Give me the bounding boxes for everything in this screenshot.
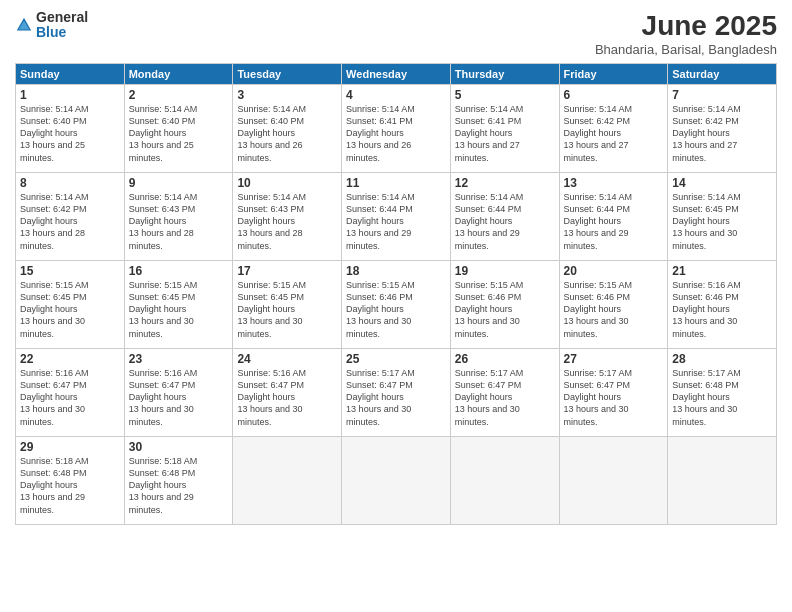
empty-cell (450, 437, 559, 525)
day-number: 12 (455, 176, 555, 190)
day-info: Sunrise: 5:14 AMSunset: 6:42 PMDaylight … (20, 192, 89, 251)
day-number: 28 (672, 352, 772, 366)
logo: General Blue (15, 10, 88, 41)
calendar-week-row: 29 Sunrise: 5:18 AMSunset: 6:48 PMDaylig… (16, 437, 777, 525)
day-info: Sunrise: 5:15 AMSunset: 6:45 PMDaylight … (129, 280, 198, 339)
col-friday: Friday (559, 64, 668, 85)
col-tuesday: Tuesday (233, 64, 342, 85)
col-sunday: Sunday (16, 64, 125, 85)
day-info: Sunrise: 5:15 AMSunset: 6:45 PMDaylight … (237, 280, 306, 339)
day-info: Sunrise: 5:14 AMSunset: 6:40 PMDaylight … (20, 104, 89, 163)
day-number: 8 (20, 176, 120, 190)
location: Bhandaria, Barisal, Bangladesh (595, 42, 777, 57)
table-row: 5 Sunrise: 5:14 AMSunset: 6:41 PMDayligh… (450, 85, 559, 173)
calendar-week-row: 1 Sunrise: 5:14 AMSunset: 6:40 PMDayligh… (16, 85, 777, 173)
header: General Blue June 2025 Bhandaria, Barisa… (15, 10, 777, 57)
day-info: Sunrise: 5:14 AMSunset: 6:42 PMDaylight … (672, 104, 741, 163)
logo-icon (15, 16, 33, 34)
table-row: 1 Sunrise: 5:14 AMSunset: 6:40 PMDayligh… (16, 85, 125, 173)
calendar-header-row: Sunday Monday Tuesday Wednesday Thursday… (16, 64, 777, 85)
day-info: Sunrise: 5:14 AMSunset: 6:40 PMDaylight … (237, 104, 306, 163)
day-number: 6 (564, 88, 664, 102)
col-wednesday: Wednesday (342, 64, 451, 85)
day-info: Sunrise: 5:17 AMSunset: 6:47 PMDaylight … (564, 368, 633, 427)
day-number: 5 (455, 88, 555, 102)
table-row: 10 Sunrise: 5:14 AMSunset: 6:43 PMDaylig… (233, 173, 342, 261)
table-row: 16 Sunrise: 5:15 AMSunset: 6:45 PMDaylig… (124, 261, 233, 349)
day-info: Sunrise: 5:15 AMSunset: 6:46 PMDaylight … (455, 280, 524, 339)
empty-cell (233, 437, 342, 525)
month-title: June 2025 (595, 10, 777, 42)
day-info: Sunrise: 5:17 AMSunset: 6:48 PMDaylight … (672, 368, 741, 427)
day-number: 16 (129, 264, 229, 278)
logo-general: General (36, 10, 88, 25)
day-info: Sunrise: 5:14 AMSunset: 6:44 PMDaylight … (564, 192, 633, 251)
day-number: 19 (455, 264, 555, 278)
col-saturday: Saturday (668, 64, 777, 85)
table-row: 4 Sunrise: 5:14 AMSunset: 6:41 PMDayligh… (342, 85, 451, 173)
table-row: 7 Sunrise: 5:14 AMSunset: 6:42 PMDayligh… (668, 85, 777, 173)
table-row: 24 Sunrise: 5:16 AMSunset: 6:47 PMDaylig… (233, 349, 342, 437)
calendar-week-row: 22 Sunrise: 5:16 AMSunset: 6:47 PMDaylig… (16, 349, 777, 437)
table-row: 14 Sunrise: 5:14 AMSunset: 6:45 PMDaylig… (668, 173, 777, 261)
day-number: 18 (346, 264, 446, 278)
day-info: Sunrise: 5:16 AMSunset: 6:47 PMDaylight … (237, 368, 306, 427)
day-number: 17 (237, 264, 337, 278)
table-row: 9 Sunrise: 5:14 AMSunset: 6:43 PMDayligh… (124, 173, 233, 261)
day-number: 22 (20, 352, 120, 366)
table-row: 25 Sunrise: 5:17 AMSunset: 6:47 PMDaylig… (342, 349, 451, 437)
table-row: 3 Sunrise: 5:14 AMSunset: 6:40 PMDayligh… (233, 85, 342, 173)
table-row: 26 Sunrise: 5:17 AMSunset: 6:47 PMDaylig… (450, 349, 559, 437)
table-row: 28 Sunrise: 5:17 AMSunset: 6:48 PMDaylig… (668, 349, 777, 437)
table-row: 17 Sunrise: 5:15 AMSunset: 6:45 PMDaylig… (233, 261, 342, 349)
day-info: Sunrise: 5:15 AMSunset: 6:46 PMDaylight … (346, 280, 415, 339)
calendar-table: Sunday Monday Tuesday Wednesday Thursday… (15, 63, 777, 525)
table-row: 11 Sunrise: 5:14 AMSunset: 6:44 PMDaylig… (342, 173, 451, 261)
table-row: 23 Sunrise: 5:16 AMSunset: 6:47 PMDaylig… (124, 349, 233, 437)
day-number: 21 (672, 264, 772, 278)
logo-text: General Blue (36, 10, 88, 41)
day-info: Sunrise: 5:14 AMSunset: 6:41 PMDaylight … (455, 104, 524, 163)
table-row: 22 Sunrise: 5:16 AMSunset: 6:47 PMDaylig… (16, 349, 125, 437)
day-number: 3 (237, 88, 337, 102)
day-info: Sunrise: 5:14 AMSunset: 6:44 PMDaylight … (455, 192, 524, 251)
col-monday: Monday (124, 64, 233, 85)
day-info: Sunrise: 5:17 AMSunset: 6:47 PMDaylight … (346, 368, 415, 427)
table-row: 29 Sunrise: 5:18 AMSunset: 6:48 PMDaylig… (16, 437, 125, 525)
day-info: Sunrise: 5:16 AMSunset: 6:47 PMDaylight … (20, 368, 89, 427)
calendar-week-row: 15 Sunrise: 5:15 AMSunset: 6:45 PMDaylig… (16, 261, 777, 349)
day-number: 15 (20, 264, 120, 278)
day-number: 27 (564, 352, 664, 366)
day-number: 25 (346, 352, 446, 366)
day-number: 4 (346, 88, 446, 102)
empty-cell (668, 437, 777, 525)
day-info: Sunrise: 5:14 AMSunset: 6:43 PMDaylight … (129, 192, 198, 251)
table-row: 18 Sunrise: 5:15 AMSunset: 6:46 PMDaylig… (342, 261, 451, 349)
table-row: 30 Sunrise: 5:18 AMSunset: 6:48 PMDaylig… (124, 437, 233, 525)
col-thursday: Thursday (450, 64, 559, 85)
table-row: 15 Sunrise: 5:15 AMSunset: 6:45 PMDaylig… (16, 261, 125, 349)
table-row: 20 Sunrise: 5:15 AMSunset: 6:46 PMDaylig… (559, 261, 668, 349)
table-row: 13 Sunrise: 5:14 AMSunset: 6:44 PMDaylig… (559, 173, 668, 261)
day-number: 10 (237, 176, 337, 190)
day-info: Sunrise: 5:14 AMSunset: 6:45 PMDaylight … (672, 192, 741, 251)
day-number: 24 (237, 352, 337, 366)
day-info: Sunrise: 5:16 AMSunset: 6:47 PMDaylight … (129, 368, 198, 427)
day-info: Sunrise: 5:14 AMSunset: 6:41 PMDaylight … (346, 104, 415, 163)
day-info: Sunrise: 5:15 AMSunset: 6:46 PMDaylight … (564, 280, 633, 339)
table-row: 21 Sunrise: 5:16 AMSunset: 6:46 PMDaylig… (668, 261, 777, 349)
table-row: 8 Sunrise: 5:14 AMSunset: 6:42 PMDayligh… (16, 173, 125, 261)
day-number: 11 (346, 176, 446, 190)
empty-cell (559, 437, 668, 525)
day-info: Sunrise: 5:18 AMSunset: 6:48 PMDaylight … (129, 456, 198, 515)
day-info: Sunrise: 5:17 AMSunset: 6:47 PMDaylight … (455, 368, 524, 427)
calendar-week-row: 8 Sunrise: 5:14 AMSunset: 6:42 PMDayligh… (16, 173, 777, 261)
day-number: 2 (129, 88, 229, 102)
day-info: Sunrise: 5:14 AMSunset: 6:42 PMDaylight … (564, 104, 633, 163)
day-number: 20 (564, 264, 664, 278)
table-row: 19 Sunrise: 5:15 AMSunset: 6:46 PMDaylig… (450, 261, 559, 349)
day-info: Sunrise: 5:14 AMSunset: 6:40 PMDaylight … (129, 104, 198, 163)
table-row: 2 Sunrise: 5:14 AMSunset: 6:40 PMDayligh… (124, 85, 233, 173)
table-row: 12 Sunrise: 5:14 AMSunset: 6:44 PMDaylig… (450, 173, 559, 261)
day-info: Sunrise: 5:18 AMSunset: 6:48 PMDaylight … (20, 456, 89, 515)
